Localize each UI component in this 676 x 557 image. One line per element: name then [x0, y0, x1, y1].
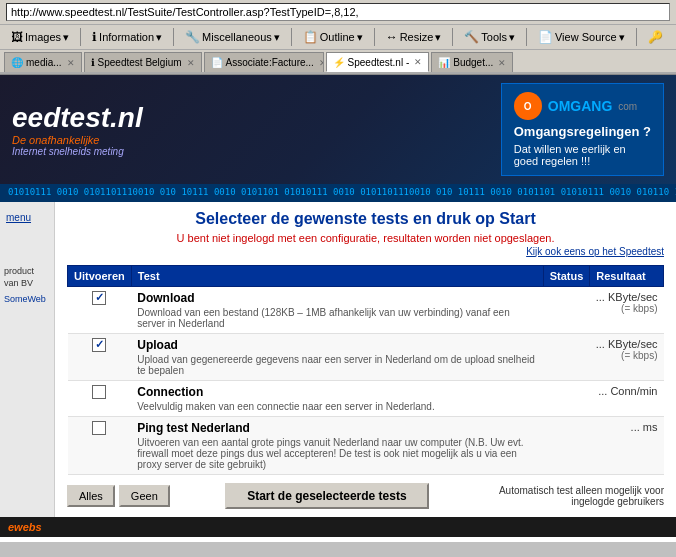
test-name-download: Download — [137, 291, 537, 305]
page-subheading: U bent niet ingelogd met een configurati… — [67, 232, 664, 244]
test-cell-ping: Ping test Nederland Uitvoeren van een aa… — [131, 416, 543, 474]
resize-icon: ↔ — [386, 30, 398, 44]
separator2 — [173, 28, 174, 46]
site-header: eedtest.nl De onafhankelijke Internet sn… — [0, 75, 676, 184]
information-icon: ℹ — [92, 30, 97, 44]
site-subtitle2: Internet snelheids meting — [12, 146, 143, 157]
separator7 — [636, 28, 637, 46]
test-desc-connection: Veelvuldig maken van een connectie naar … — [137, 401, 537, 412]
tests-table: Uitvoeren Test Status Resultaat Download — [67, 265, 664, 475]
sidebar-brand: SomeWeb — [4, 294, 50, 304]
result-cell-ping: ... ms — [590, 416, 664, 474]
tab-close-icon[interactable]: ✕ — [319, 58, 324, 68]
tab-speedtest-belgium[interactable]: ℹ Speedtest Belgium ✕ — [84, 52, 202, 72]
ad-title: Omgangsregelingen ? — [514, 124, 651, 139]
checkbox-download[interactable] — [92, 291, 106, 305]
binary-strip: 01010111 0010 0101101110010 010 10111 00… — [0, 184, 676, 202]
result-value-download: ... KByte/sec — [596, 291, 658, 303]
tab-close-icon[interactable]: ✕ — [187, 58, 195, 68]
geen-button[interactable]: Geen — [119, 485, 170, 507]
sidebar-product-text: product van BV — [4, 265, 50, 290]
checkbox-upload[interactable] — [92, 338, 106, 352]
separator3 — [291, 28, 292, 46]
tab-budget[interactable]: 📊 Budget... ✕ — [431, 52, 513, 72]
buttons-row: Alles Geen Start de geselecteerde tests … — [67, 483, 664, 509]
address-bar — [0, 0, 676, 25]
site-ad: O OMGANG com Omgangsregelingen ? Dat wil… — [501, 83, 664, 176]
test-cell-upload: Upload Upload van gegenereerde gegevens … — [131, 333, 543, 380]
sidebar-menu[interactable]: menu — [4, 210, 50, 225]
outline-icon: 📋 — [303, 30, 318, 44]
table-row: Ping test Nederland Uitvoeren van een aa… — [68, 416, 664, 474]
toolbar-tools[interactable]: 🔨 Tools ▾ — [457, 27, 522, 47]
result-value-ping: ... ms — [596, 421, 658, 433]
left-sidebar: menu product van BV SomeWeb — [0, 202, 55, 517]
images-icon: 🖼 — [11, 30, 23, 44]
tab-media[interactable]: 🌐 media... ✕ — [4, 52, 82, 72]
test-cell-download: Download Download van een bestand (128KB… — [131, 286, 543, 333]
key-icon: 🔑 — [648, 30, 663, 44]
toolbar-images[interactable]: 🖼 Images ▾ — [4, 27, 76, 47]
toolbar-outline[interactable]: 📋 Outline ▾ — [296, 27, 370, 47]
separator4 — [374, 28, 375, 46]
result-value-upload: ... KByte/sec — [596, 338, 658, 350]
table-row: Connection Veelvuldig maken van een conn… — [68, 380, 664, 416]
result-unit-upload: (= kbps) — [596, 350, 658, 361]
omgang-brand: OMGANG — [548, 98, 613, 114]
main-layout: menu product van BV SomeWeb Selecteer de… — [0, 202, 676, 517]
table-row: Upload Upload van gegenereerde gegevens … — [68, 333, 664, 380]
toolbar-bar: 🖼 Images ▾ ℹ Information ▾ 🔧 Miscellaneo… — [0, 25, 676, 50]
tab-close-icon[interactable]: ✕ — [498, 58, 506, 68]
browser-chrome: 🖼 Images ▾ ℹ Information ▾ 🔧 Miscellaneo… — [0, 0, 676, 75]
col-test: Test — [131, 265, 543, 286]
page-content: eedtest.nl De onafhankelijke Internet sn… — [0, 75, 676, 542]
checkbox-ping[interactable] — [92, 421, 106, 435]
tab-favicon: ℹ — [91, 57, 95, 68]
omgang-icon: O — [514, 92, 542, 120]
test-desc-ping: Uitvoeren van een aantal grote pings van… — [137, 437, 537, 470]
separator5 — [452, 28, 453, 46]
site-title: eedtest.nl — [12, 102, 143, 134]
col-uitvoeren: Uitvoeren — [68, 265, 132, 286]
test-desc-upload: Upload van gegenereerde gegevens naar ee… — [137, 354, 537, 376]
status-cell-ping — [543, 416, 590, 474]
toolbar-misc[interactable]: 🔧 Miscellaneous ▾ — [178, 27, 287, 47]
checkbox-connection[interactable] — [92, 385, 106, 399]
checkbox-cell-ping — [68, 416, 132, 474]
alles-button[interactable]: Alles — [67, 485, 115, 507]
page-heading: Selecteer de gewenste tests en druk op S… — [67, 210, 664, 228]
sidebar-brand-text: SomeWeb — [4, 294, 50, 304]
result-value-connection: ... Conn/min — [596, 385, 658, 397]
tools-icon: 🔨 — [464, 30, 479, 44]
test-desc-download: Download van een bestand (128KB – 1MB af… — [137, 307, 537, 329]
viewsource-icon: 📄 — [538, 30, 553, 44]
page-link[interactable]: Kijk ook eens op het Speedtest — [67, 246, 664, 257]
bottom-logo: ewebs — [8, 521, 42, 533]
omgang-suffix: com — [618, 101, 637, 112]
checkbox-cell-connection — [68, 380, 132, 416]
toolbar-extra[interactable]: 🔑 — [641, 27, 670, 47]
test-name-connection: Connection — [137, 385, 537, 399]
tab-speedtest-nl[interactable]: ⚡ Speedtest.nl - ✕ — [326, 52, 430, 72]
site-subtitle1: De onafhankelijke — [12, 134, 143, 146]
bottom-bar: ewebs — [0, 517, 676, 537]
tab-associate[interactable]: 📄 Associate:Facture... ✕ — [204, 52, 324, 72]
tab-close-icon[interactable]: ✕ — [67, 58, 75, 68]
tab-favicon: 🌐 — [11, 57, 23, 68]
toolbar-viewsource[interactable]: 📄 View Source ▾ — [531, 27, 632, 47]
col-status: Status — [543, 265, 590, 286]
address-input[interactable] — [6, 3, 670, 21]
tab-close-icon[interactable]: ✕ — [414, 57, 422, 67]
status-cell-download — [543, 286, 590, 333]
status-cell-connection — [543, 380, 590, 416]
separator6 — [526, 28, 527, 46]
tab-favicon: 📊 — [438, 57, 450, 68]
omgang-logo: O OMGANG com — [514, 92, 651, 120]
sidebar-product: product van BV — [4, 265, 50, 290]
toolbar-information[interactable]: ℹ Information ▾ — [85, 27, 169, 47]
content-area: Selecteer de gewenste tests en druk op S… — [55, 202, 676, 517]
start-button[interactable]: Start de geselecteerde tests — [225, 483, 428, 509]
ad-body2: goed regelen !!! — [514, 155, 651, 167]
tabs-bar: 🌐 media... ✕ ℹ Speedtest Belgium ✕ 📄 Ass… — [0, 50, 676, 74]
toolbar-resize[interactable]: ↔ Resize ▾ — [379, 27, 449, 47]
